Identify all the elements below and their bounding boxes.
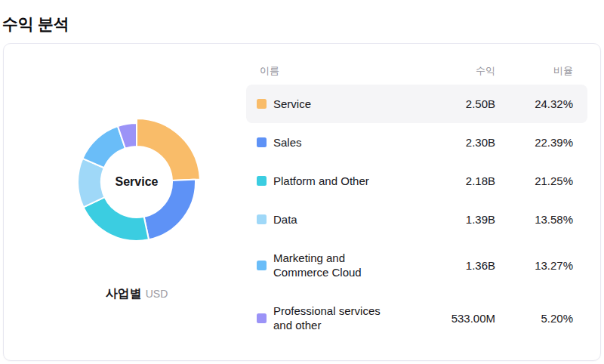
- table-row[interactable]: Platform and Other 2.18B 21.25%: [246, 162, 587, 200]
- table-body: Service 2.50B 24.32% Sales 2.30B 22.39% …: [246, 85, 587, 344]
- donut-chart[interactable]: Service: [61, 106, 212, 258]
- page-title: 수익 분석: [2, 14, 69, 35]
- table-header-row: 이름 수익 비율: [246, 63, 587, 79]
- series-color-swatch: [257, 261, 267, 270]
- series-revenue: 1.36B: [412, 258, 495, 273]
- column-header-revenue: 수익: [412, 64, 495, 78]
- table-row[interactable]: Service 2.50B 24.32%: [246, 85, 587, 123]
- revenue-analysis-card: Service 사업별USD 이름 수익 비율 Service 2.50B 24…: [3, 43, 601, 361]
- series-name: Marketing and Commerce Cloud: [273, 251, 412, 279]
- series-ratio: 21.25%: [495, 174, 573, 188]
- table-row[interactable]: Marketing and Commerce Cloud 1.36B 13.27…: [246, 239, 587, 292]
- series-name: Data: [273, 212, 412, 227]
- series-color-swatch: [257, 214, 267, 224]
- series-color-swatch: [257, 176, 267, 186]
- series-name: Service: [273, 97, 412, 111]
- series-color-swatch: [257, 137, 267, 147]
- series-ratio: 5.20%: [495, 311, 573, 325]
- column-header-name: 이름: [260, 64, 412, 78]
- donut-segment-platform-and-other[interactable]: [84, 197, 149, 241]
- donut-chart-svg[interactable]: [61, 106, 212, 258]
- series-name: Sales: [273, 135, 412, 150]
- series-revenue: 2.18B: [412, 174, 495, 188]
- donut-chart-panel: Service 사업별USD: [4, 44, 270, 360]
- series-ratio: 13.58%: [495, 212, 573, 227]
- donut-segment-marketing-and-commerce-cloud[interactable]: [82, 126, 125, 168]
- table-row[interactable]: Sales 2.30B 22.39%: [246, 123, 587, 162]
- series-revenue: 2.30B: [412, 135, 495, 150]
- series-ratio: 13.27%: [495, 258, 573, 273]
- chart-footer-label: 사업별: [106, 287, 142, 300]
- breakdown-table: 이름 수익 비율 Service 2.50B 24.32% Sales 2.30…: [246, 44, 587, 344]
- series-color-swatch: [257, 99, 267, 109]
- series-ratio: 24.32%: [495, 97, 573, 111]
- column-header-ratio: 비율: [495, 64, 573, 78]
- series-revenue: 1.39B: [412, 212, 495, 227]
- series-name: Professional services and other: [273, 304, 412, 332]
- table-row[interactable]: Professional services and other 533.00M …: [246, 292, 587, 344]
- donut-segment-service[interactable]: [137, 119, 200, 180]
- chart-footer-unit: USD: [146, 288, 168, 300]
- series-revenue: 2.50B: [412, 97, 495, 111]
- table-row[interactable]: Data 1.39B 13.58%: [246, 200, 587, 239]
- donut-segment-sales[interactable]: [144, 180, 196, 240]
- series-name: Platform and Other: [273, 174, 412, 188]
- chart-footer: 사업별USD: [4, 286, 270, 302]
- series-ratio: 22.39%: [495, 135, 573, 150]
- series-color-swatch: [257, 313, 267, 323]
- series-revenue: 533.00M: [412, 311, 495, 325]
